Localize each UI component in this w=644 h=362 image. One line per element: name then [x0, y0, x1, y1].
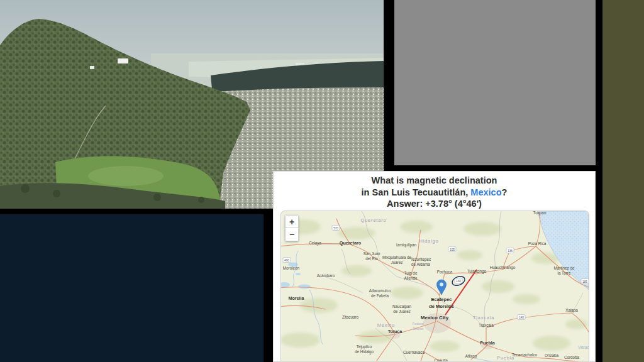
- map-label: Orizaba: [545, 353, 559, 358]
- screenshot-collage: What is magnetic declination in San Luis…: [0, 0, 644, 362]
- country-link[interactable]: Mexico: [470, 187, 501, 197]
- map-label: Huauchinango: [490, 265, 516, 270]
- map-label: de Fabela: [371, 293, 389, 298]
- map-label: Tuxpan: [533, 211, 547, 216]
- answer-label: Answer:: [387, 199, 425, 209]
- map-label: Toluca: [388, 329, 403, 334]
- map-label: Querétaro: [361, 217, 387, 223]
- gray-placeholder-panel: [394, 0, 596, 165]
- map-label: Atlixco: [465, 354, 477, 358]
- map-label: Hidalgo: [419, 238, 438, 244]
- map-label: Allende: [404, 276, 418, 280]
- map-label: Morelia: [288, 295, 304, 301]
- map-label: Juarez: [391, 260, 403, 265]
- map-label: Izmiquilpan: [396, 243, 416, 248]
- map-label: Acámbaro: [317, 273, 335, 278]
- map-label: Queretaro: [340, 240, 362, 246]
- map-canvas[interactable]: 570490105136130140185 QuerétaroHidalgoMé…: [281, 211, 589, 362]
- map-label: Tulancingo: [467, 269, 487, 274]
- map-label: District: [413, 327, 424, 331]
- map-label: Tlaxcala: [479, 323, 494, 327]
- answer-value: +3.78°: [425, 199, 452, 209]
- map-label: Mexico City: [421, 315, 449, 321]
- road-shield-label: 130: [456, 280, 461, 283]
- map-label: Pachuca: [437, 270, 453, 274]
- map-label: Federal: [413, 322, 425, 326]
- map-label: Tecamachalco: [512, 353, 538, 357]
- question-line1: What is magnetic declination: [274, 175, 595, 187]
- road-shield-label: 105: [450, 248, 455, 251]
- answer-minutes: (4°46'): [452, 199, 482, 209]
- question-line2-prefix: in San Luis Tecuautitlán,: [362, 187, 471, 197]
- navy-placeholder-panel: [0, 214, 264, 362]
- map-label: Cordoba: [564, 355, 580, 359]
- map-label: Cuernavaca: [403, 350, 425, 354]
- road-shield-label: 136: [508, 250, 513, 253]
- map-label: San Juan: [364, 251, 380, 256]
- map-label: Puebla: [480, 340, 496, 346]
- map-label: de Hidalgo: [355, 349, 374, 354]
- map-zoom-controls: + −: [285, 215, 299, 241]
- map-label: Xalapa: [565, 308, 578, 313]
- map-label: Tejupilco: [357, 344, 372, 349]
- question-card: What is magnetic declination in San Luis…: [273, 171, 596, 362]
- map-label: de Morelos: [429, 304, 454, 309]
- map-label: la Torre: [558, 271, 571, 275]
- declination-map[interactable]: 570490105136130140185 QuerétaroHidalgoMé…: [280, 211, 589, 362]
- road-shield-label: 140: [519, 316, 524, 319]
- zoom-out-button[interactable]: −: [285, 228, 299, 241]
- map-label: Moroleón: [283, 266, 300, 270]
- olive-side-strip: [602, 0, 644, 362]
- map-label: Zitacuaro: [342, 315, 359, 319]
- map-label: Verac: [578, 345, 589, 349]
- map-label: Martinez de: [554, 266, 575, 270]
- map-label: Poza Rica: [528, 241, 547, 246]
- map-label: Cuautla: [434, 358, 448, 362]
- road-shield-label: 185: [582, 280, 587, 283]
- map-label: del Rio: [365, 256, 378, 261]
- answer-line: Answer: +3.78° (4°46'): [274, 198, 595, 210]
- map-label: Celaya: [309, 241, 321, 246]
- map-label: Ecatepec: [431, 297, 452, 302]
- map-label: Naucalpan: [392, 304, 412, 309]
- road-shield-label: 570: [333, 227, 338, 230]
- map-label: Mixquiahuala de: [382, 255, 411, 260]
- map-label: de Aldama: [411, 262, 430, 266]
- map-label: Atlacomulco: [369, 288, 391, 293]
- question-line2-suffix: ?: [502, 187, 508, 197]
- question-text-block: What is magnetic declination in San Luis…: [274, 172, 595, 210]
- zoom-in-button[interactable]: +: [285, 215, 299, 228]
- question-line2: in San Luis Tecuautitlán, Mexico?: [274, 187, 595, 199]
- map-label: Tezontepec: [411, 257, 431, 262]
- map-label: México: [377, 322, 396, 328]
- map-label: Tlaxcala: [473, 315, 494, 321]
- map-label: Tula de: [404, 271, 418, 275]
- map-label: de Juárez: [393, 309, 411, 314]
- hilltop-building: [118, 58, 128, 63]
- road-shield-label: 490: [284, 259, 289, 262]
